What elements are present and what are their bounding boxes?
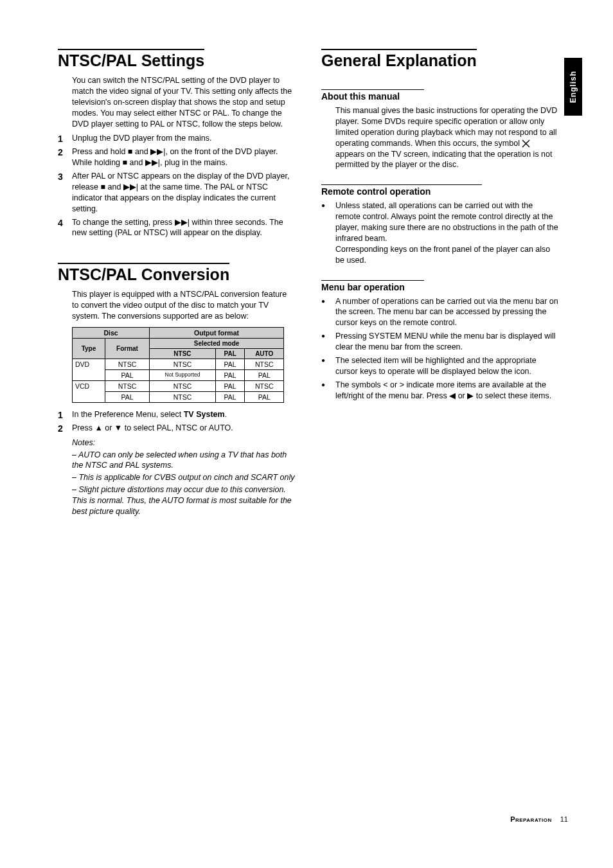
right-column: General Explanation About this manual Th… [321, 45, 559, 518]
list-item: Unless stated, all operations can be car… [321, 200, 559, 265]
conversion-table: Disc Output format Type Format Selected … [72, 327, 284, 403]
list-item: The selected item will be highlighted an… [321, 355, 559, 377]
th-type: Type [73, 338, 105, 359]
table-row: VCD NTSC NTSC PAL NTSC [73, 380, 284, 391]
table-row: DVD NTSC NTSC PAL NTSC [73, 359, 284, 369]
th-selected: Selected mode [150, 338, 284, 348]
step-3: 3After PAL or NTSC appears on the displa… [58, 171, 296, 215]
conversion-steps: 1 In the Preference Menu, select TV Syst… [58, 409, 296, 434]
footer-section-label: Preparation [510, 815, 552, 823]
language-tab: English [564, 58, 582, 116]
remote-control-list: Unless stated, all operations can be car… [321, 200, 559, 265]
ntsc-pal-settings-heading: NTSC/PAL Settings [58, 49, 204, 70]
list-item: Pressing SYSTEM MENU while the menu bar … [321, 331, 559, 353]
list-item: The symbols < or > indicate more items a… [321, 380, 559, 402]
list-item: A number of operations can be carried ou… [321, 296, 559, 329]
step-2: 2Press and hold ■ and ▶▶|, on the front … [58, 146, 296, 168]
footer: Preparation 11 [510, 815, 568, 823]
ntsc-pal-conversion-body: This player is equipped with a NTSC/PAL … [72, 289, 296, 322]
ntsc-pal-settings-body: You can switch the NTSC/PAL setting of t… [72, 75, 296, 129]
notes-label: Notes: [72, 438, 296, 448]
th-mode-auto: AUTO [245, 348, 284, 359]
notes-block: Notes: – AUTO can only be selected when … [72, 438, 296, 517]
remote-control-subheading: Remote control operation [321, 186, 559, 197]
th-format: Format [105, 338, 149, 359]
menu-bar-subheading: Menu bar operation [321, 282, 559, 292]
language-tab-label: English [569, 71, 578, 103]
left-column: NTSC/PAL Settings You can switch the NTS… [58, 45, 296, 518]
step-4: 4To change the setting, press ▶▶| within… [58, 217, 296, 239]
ntsc-pal-conversion-heading: NTSC/PAL Conversion [58, 263, 229, 284]
step-2: 2Press ▲ or ▼ to select PAL, NTSC or AUT… [58, 423, 296, 434]
not-permitted-icon [522, 139, 530, 148]
menu-bar-list: A number of operations can be carried ou… [321, 296, 559, 402]
general-explanation-heading: General Explanation [321, 49, 477, 70]
about-manual-subheading: About this manual [321, 91, 559, 102]
th-mode-ntsc: NTSC [150, 348, 216, 359]
footer-page-number: 11 [560, 815, 568, 823]
th-output: Output format [150, 327, 284, 338]
note-item: – Slight picture distortions may occur d… [72, 484, 296, 517]
step-1: 1 In the Preference Menu, select TV Syst… [58, 409, 296, 420]
step-1: 1Unplug the DVD player from the mains. [58, 133, 296, 144]
th-mode-pal: PAL [215, 348, 245, 359]
note-item: – AUTO can only be selected when using a… [72, 450, 296, 472]
note-item: – This is applicable for CVBS output on … [72, 472, 296, 483]
th-disc: Disc [73, 327, 150, 338]
about-manual-body: This manual gives the basic instructions… [335, 105, 559, 170]
ntsc-pal-settings-steps: 1Unplug the DVD player from the mains. 2… [58, 133, 296, 238]
